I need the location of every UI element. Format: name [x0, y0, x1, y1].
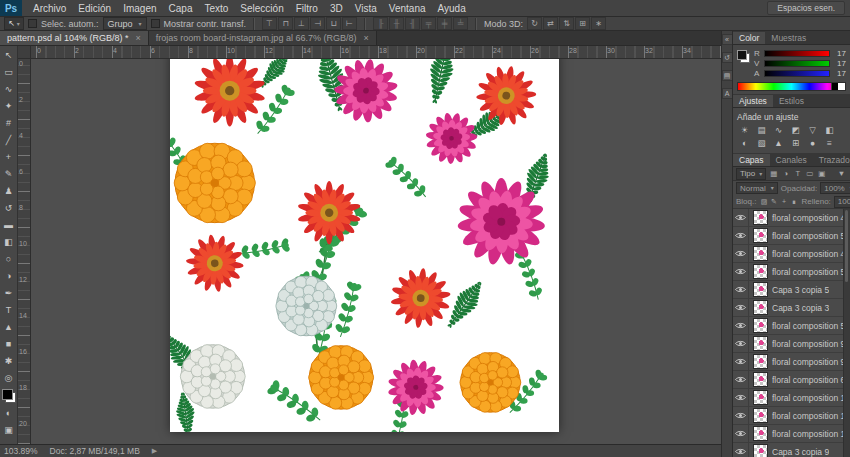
filter-smart-objects-icon[interactable]: ▣ [816, 169, 827, 179]
layer-name[interactable]: floral composition 5 [772, 231, 845, 241]
layers-scrollbar[interactable] [843, 209, 850, 457]
adjustment-levels-icon[interactable]: ▤ [754, 124, 769, 136]
distribute-top-edges-icon[interactable]: ╟ [373, 17, 388, 30]
lasso-tool[interactable]: ∿ [1, 81, 17, 96]
dodge-tool[interactable]: ◑ [1, 268, 17, 283]
layer-visibility-toggle[interactable] [733, 317, 749, 334]
expand-panels-icon[interactable]: « [722, 34, 733, 45]
layer-visibility-toggle[interactable] [733, 299, 749, 316]
layer-row[interactable]: floral composition 4 copia [733, 245, 850, 263]
character-panel-icon[interactable]: A [722, 88, 733, 99]
layer-visibility-toggle[interactable] [733, 353, 749, 370]
layer-name[interactable]: floral composition 4 copia [772, 249, 850, 259]
tab-trazados[interactable]: Trazados [813, 154, 850, 166]
layer-filtering-toggle-icon[interactable]: ▼ [836, 169, 847, 179]
filter-pixel-layers-icon[interactable]: ▦ [768, 169, 779, 179]
horizontal-type-tool[interactable]: T [1, 302, 17, 317]
color-slider-track[interactable] [764, 70, 830, 77]
lock-all-icon[interactable]: ∎ [789, 197, 798, 207]
status-menu-arrow-icon[interactable]: ▶ [152, 447, 157, 455]
distribute-right-edges-icon[interactable]: ╧ [453, 17, 468, 30]
layer-row[interactable]: floral composition 5 [733, 227, 850, 245]
rectangular-marquee-tool[interactable]: ▭ [1, 64, 17, 79]
eyedropper-tool[interactable]: ╱ [1, 132, 17, 147]
align-bottom-edges-icon[interactable]: ⊥ [294, 17, 309, 30]
color-slider-track[interactable] [764, 60, 830, 67]
layer-thumbnail[interactable] [753, 300, 768, 315]
adjustment-hue-saturation-icon[interactable]: ◧ [822, 124, 837, 136]
layer-thumbnail[interactable] [753, 408, 768, 423]
layer-name[interactable]: floral composition 4 [772, 213, 845, 223]
distribute-vertical-centers-icon[interactable]: ╫ [389, 17, 404, 30]
layer-name[interactable]: floral composition 10 copia 2 [772, 393, 850, 403]
layer-row[interactable]: floral composition 6 [733, 371, 850, 389]
layer-row[interactable]: floral composition 10 copia [733, 407, 850, 425]
tab-ajustes[interactable]: Ajustes [733, 95, 773, 107]
eraser-tool[interactable]: ▬ [1, 217, 17, 232]
adjustment-posterize-icon[interactable]: ≡ [822, 137, 837, 149]
layer-row[interactable]: floral composition 9 copia 4 [733, 353, 850, 371]
properties-panel-icon[interactable]: ▤ [722, 70, 733, 81]
layer-row[interactable]: floral composition 9 [733, 335, 850, 353]
layer-name[interactable]: Capa 3 copia 3 [772, 303, 829, 313]
quick-mask-mode-icon[interactable]: ◐ [1, 405, 17, 420]
layer-row[interactable]: Capa 3 copia 5 [733, 281, 850, 299]
tab-close-icon[interactable]: × [363, 33, 368, 43]
align-horizontal-centers-icon[interactable]: ⊔ [326, 17, 341, 30]
filter-shape-layers-icon[interactable]: ▭ [804, 169, 815, 179]
3d-drag-icon[interactable]: ⇅ [559, 17, 574, 30]
color-slider-track[interactable] [764, 50, 830, 57]
tab-color[interactable]: Color [733, 32, 765, 44]
menu-ventana[interactable]: Ventana [383, 3, 432, 14]
auto-select-target-dropdown[interactable]: Grupo ▾ [103, 17, 147, 30]
distribute-bottom-edges-icon[interactable]: ╢ [405, 17, 420, 30]
layer-thumbnail[interactable] [753, 228, 768, 243]
align-left-edges-icon[interactable]: ⊣ [310, 17, 325, 30]
layer-thumbnail[interactable] [753, 246, 768, 261]
layer-visibility-toggle[interactable] [733, 209, 749, 226]
filter-adjustment-layers-icon[interactable]: ◑ [780, 169, 791, 179]
tab-estilos[interactable]: Estilos [773, 95, 810, 107]
layer-row[interactable]: floral composition 10 [733, 425, 850, 443]
layer-thumbnail[interactable] [753, 264, 768, 279]
auto-select-checkbox[interactable] [28, 19, 37, 28]
foreground-background-swatches[interactable] [737, 50, 750, 63]
layer-visibility-toggle[interactable] [733, 335, 749, 352]
menu-vista[interactable]: Vista [349, 3, 383, 14]
menu-edicin[interactable]: Edición [72, 3, 117, 14]
spot-healing-brush-tool[interactable]: + [1, 149, 17, 164]
color-slider-value[interactable]: 17 [833, 49, 846, 58]
layer-name[interactable]: floral composition 5 copia [772, 267, 850, 277]
menu-seleccin[interactable]: Selección [234, 3, 289, 14]
zoom-tool[interactable]: ◎ [1, 370, 17, 385]
layer-name[interactable]: floral composition 6 [772, 375, 845, 385]
rectangle-shape-tool[interactable]: ■ [1, 336, 17, 351]
layer-row[interactable]: floral composition 5 copia [733, 317, 850, 335]
tab-muestras[interactable]: Muestras [765, 32, 812, 44]
layer-thumbnail[interactable] [753, 336, 768, 351]
menu-3d[interactable]: 3D [324, 3, 349, 14]
layer-visibility-toggle[interactable] [733, 371, 749, 388]
3d-roll-icon[interactable]: ⇄ [543, 17, 558, 30]
layer-row[interactable]: floral composition 5 copia [733, 263, 850, 281]
clone-stamp-tool[interactable]: ♟ [1, 183, 17, 198]
adjustment-brightness-contrast-icon[interactable]: ☀ [737, 124, 752, 136]
document-tab-2[interactable]: frojas room board-instagram.jpg al 66.7%… [149, 31, 377, 45]
layer-name[interactable]: Capa 3 copia 9 [772, 447, 829, 457]
foreground-color-swatch[interactable] [737, 50, 747, 60]
adjustment-curves-icon[interactable]: ∿ [771, 124, 786, 136]
color-slider-value[interactable]: 17 [833, 59, 846, 68]
history-panel-icon[interactable]: ↺ [722, 52, 733, 63]
color-slider-value[interactable]: 17 [833, 69, 846, 78]
layer-filter-type-dropdown[interactable]: Tipo ▾ [736, 168, 766, 180]
layer-row[interactable]: floral composition 4 [733, 209, 850, 227]
layer-visibility-toggle[interactable] [733, 281, 749, 298]
layer-thumbnail[interactable] [753, 282, 768, 297]
align-top-edges-icon[interactable]: ⊤ [262, 17, 277, 30]
layer-thumbnail[interactable] [753, 390, 768, 405]
screen-mode-icon[interactable]: ▣ [1, 422, 17, 437]
adjustment-exposure-icon[interactable]: ◩ [788, 124, 803, 136]
layer-row[interactable]: Capa 3 copia 3 [733, 299, 850, 317]
lock-position-icon[interactable]: + [779, 197, 788, 207]
align-vertical-centers-icon[interactable]: ⊓ [278, 17, 293, 30]
